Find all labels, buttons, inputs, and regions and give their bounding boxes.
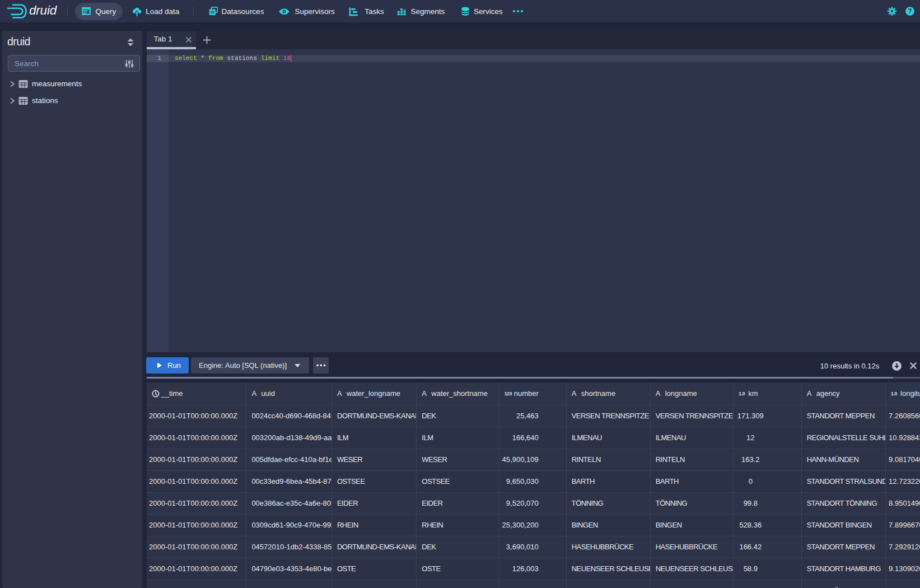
svg-text:?: ? bbox=[908, 7, 912, 15]
